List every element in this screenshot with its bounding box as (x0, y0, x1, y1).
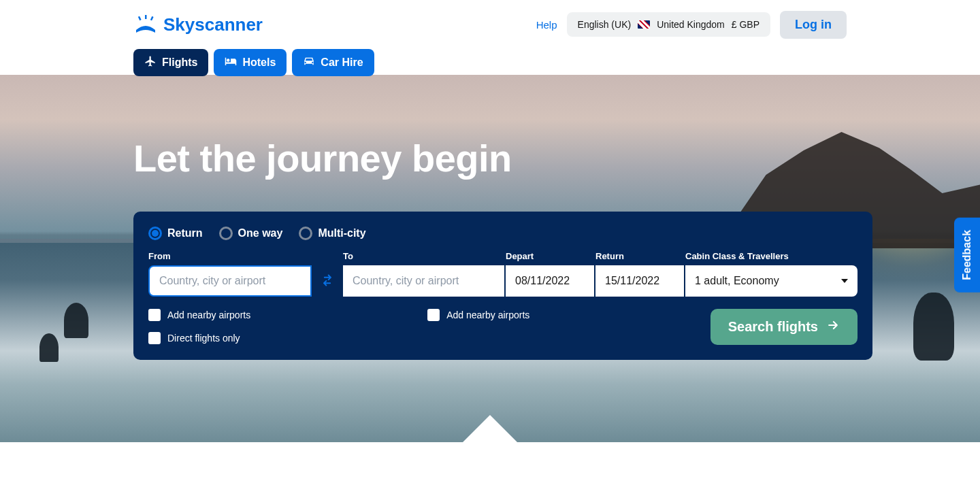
trip-multicity-label: Multi-city (318, 227, 365, 239)
region-country: United Kingdom (657, 19, 725, 30)
return-date-value: 15/11/2022 (605, 275, 659, 287)
checkbox-icon (427, 309, 440, 321)
car-icon (303, 55, 315, 70)
uk-flag-icon (638, 20, 650, 29)
from-input[interactable] (148, 265, 312, 297)
brand-logo[interactable]: Skyscanner (133, 14, 263, 35)
region-currency: £ GBP (732, 19, 760, 30)
return-label: Return (595, 251, 684, 261)
tab-hotels-label: Hotels (242, 56, 276, 69)
hero-title: Let the journey begin (133, 136, 847, 180)
sun-icon (133, 15, 158, 34)
depart-date-picker[interactable]: 08/11/2022 (506, 265, 594, 297)
to-input[interactable] (343, 265, 504, 297)
nearby-from-label: Add nearby airports (167, 310, 250, 320)
bed-icon (225, 55, 237, 70)
depart-date-value: 08/11/2022 (515, 275, 570, 287)
tab-carhire-label: Car Hire (321, 56, 363, 69)
search-flights-button[interactable]: Search flights (710, 309, 858, 345)
cabin-label: Cabin Class & Travellers (685, 251, 858, 261)
arrow-right-icon (826, 318, 840, 335)
trip-oneway-radio[interactable]: One way (219, 227, 283, 240)
tab-carhire[interactable]: Car Hire (292, 49, 374, 76)
checkbox-icon (148, 332, 161, 344)
flight-search-panel: Return One way Multi-city From (133, 212, 872, 360)
swap-button[interactable] (313, 265, 342, 297)
svg-rect-0 (145, 15, 147, 19)
trip-oneway-label: One way (238, 227, 283, 239)
radio-icon (299, 227, 312, 240)
radio-icon (219, 227, 233, 240)
login-button[interactable]: Log in (780, 11, 847, 39)
to-label: To (343, 251, 504, 261)
checkbox-icon (148, 309, 161, 321)
tab-flights[interactable]: Flights (133, 49, 208, 76)
depart-label: Depart (506, 251, 594, 261)
nearby-from-checkbox[interactable]: Add nearby airports (148, 309, 250, 321)
swap-icon (321, 273, 334, 289)
direct-only-checkbox[interactable]: Direct flights only (148, 332, 250, 344)
cabin-travellers-value: 1 adult, Economy (695, 275, 779, 287)
cabin-travellers-select[interactable]: 1 adult, Economy (685, 265, 858, 297)
from-label: From (148, 251, 312, 261)
hero-curve-divider (0, 412, 980, 448)
brand-name: Skyscanner (163, 14, 263, 35)
tab-flights-label: Flights (162, 56, 197, 69)
nearby-to-checkbox[interactable]: Add nearby airports (427, 309, 529, 321)
plane-icon (144, 55, 157, 70)
direct-only-label: Direct flights only (167, 333, 240, 344)
feedback-tab[interactable]: Feedback (954, 218, 980, 293)
nearby-to-label: Add nearby airports (446, 310, 529, 320)
help-link[interactable]: Help (536, 19, 557, 31)
trip-multicity-radio[interactable]: Multi-city (299, 227, 365, 240)
trip-return-radio[interactable]: Return (148, 227, 203, 240)
radio-selected-icon (148, 227, 162, 240)
tab-hotels[interactable]: Hotels (214, 49, 287, 76)
region-selector[interactable]: English (UK) United Kingdom £ GBP (567, 12, 770, 37)
chevron-down-icon (841, 279, 848, 283)
trip-return-label: Return (167, 227, 203, 239)
region-language: English (UK) (578, 19, 632, 30)
svg-rect-1 (138, 16, 142, 20)
search-flights-label: Search flights (728, 319, 818, 335)
svg-rect-2 (150, 16, 154, 20)
return-date-picker[interactable]: 15/11/2022 (595, 265, 684, 297)
